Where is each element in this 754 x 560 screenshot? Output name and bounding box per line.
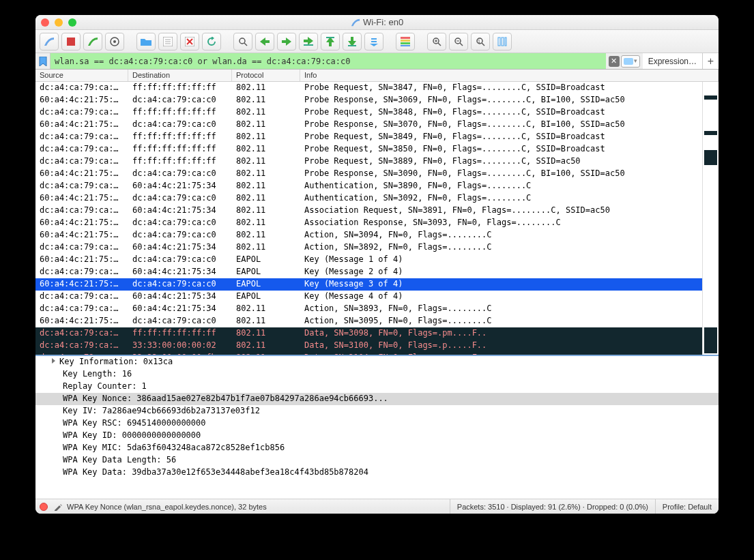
packet-row[interactable]: 60:a4:4c:21:75:…dc:a4:ca:79:ca:c0802.11A… [35, 217, 702, 229]
packet-row[interactable]: 60:a4:4c:21:75:…dc:a4:ca:79:ca:c0EAPOLKe… [35, 254, 702, 266]
column-header-destination[interactable]: Destination [128, 70, 232, 81]
go-to-packet-button[interactable] [299, 33, 318, 50]
stop-capture-button[interactable] [61, 33, 81, 50]
packet-row[interactable]: 60:a4:4c:21:75:…dc:a4:ca:79:ca:c0802.11A… [35, 315, 702, 327]
status-packet-counts: Packets: 3510 · Displayed: 91 (2.6%) · D… [450, 499, 655, 514]
edit-preferences-icon[interactable] [53, 502, 63, 512]
column-header-source[interactable]: Source [35, 70, 128, 81]
packet-row[interactable]: dc:a4:ca:79:ca:…ff:ff:ff:ff:ff:ff802.11P… [35, 106, 702, 119]
packet-row[interactable]: dc:a4:ca:79:ca:…ff:ff:ff:ff:ff:ff802.11P… [35, 82, 702, 94]
reload-button[interactable] [202, 33, 221, 50]
detail-field[interactable]: Key Length: 16 [35, 368, 719, 381]
detail-field[interactable]: WPA Key RSC: 6945140000000000 [35, 417, 719, 430]
expression-button[interactable]: Expression… [643, 53, 702, 69]
packet-row[interactable]: 60:a4:4c:21:75:…dc:a4:ca:79:ca:c0802.11P… [35, 94, 702, 106]
svg-rect-17 [401, 42, 410, 44]
packet-row[interactable]: dc:a4:ca:79:ca:…60:a4:4c:21:75:34802.11A… [35, 180, 702, 192]
find-packet-button[interactable] [233, 33, 252, 50]
zoom-out-button[interactable] [449, 33, 468, 50]
packet-row[interactable]: dc:a4:ca:79:ca:…ff:ff:ff:ff:ff:ff802.11P… [35, 143, 702, 156]
packet-row[interactable]: dc:a4:ca:79:ca:…60:a4:4c:21:75:34EAPOLKe… [35, 266, 702, 278]
svg-line-24 [460, 43, 463, 46]
close-file-button[interactable] [180, 33, 199, 50]
packet-row[interactable]: 60:a4:4c:21:75:…dc:a4:ca:79:ca:c0EAPOLKe… [35, 278, 702, 291]
packet-row[interactable]: dc:a4:ca:79:ca:…ff:ff:ff:ff:ff:ff802.11D… [35, 327, 702, 340]
svg-line-11 [244, 43, 247, 46]
svg-rect-0 [67, 38, 75, 46]
packet-minimap[interactable] [702, 82, 719, 355]
display-filter-input[interactable] [50, 53, 606, 69]
packet-row[interactable]: dc:a4:ca:79:ca:…60:a4:4c:21:75:34802.11A… [35, 303, 702, 315]
svg-line-20 [438, 43, 441, 46]
packet-row[interactable]: dc:a4:ca:79:ca:…60:a4:4c:21:75:34802.11A… [35, 241, 702, 254]
packet-list-header: Source Destination Protocol Info [35, 70, 719, 82]
packet-row[interactable]: 60:a4:4c:21:75:…dc:a4:ca:79:ca:c0802.11P… [35, 168, 702, 180]
detail-field[interactable]: WPA Key ID: 0000000000000000 [35, 430, 719, 442]
colorize-button[interactable] [396, 33, 415, 50]
go-last-button[interactable] [343, 33, 362, 50]
packet-row[interactable]: dc:a4:ca:79:ca:…ff:ff:ff:ff:ff:ff802.11P… [35, 131, 702, 143]
titlebar: Wi-Fi: en0 [35, 15, 719, 30]
detail-field[interactable]: Replay Counter: 1 [35, 381, 719, 393]
svg-rect-15 [401, 37, 410, 39]
open-file-button[interactable] [136, 33, 156, 50]
packet-row[interactable]: 60:a4:4c:21:75:…dc:a4:ca:79:ca:c0802.11P… [35, 119, 702, 131]
packet-list-body[interactable]: dc:a4:ca:79:ca:…ff:ff:ff:ff:ff:ff802.11P… [35, 82, 719, 355]
svg-rect-13 [326, 37, 334, 38]
svg-rect-18 [401, 45, 410, 46]
bookmark-filter-icon[interactable] [35, 53, 50, 69]
packet-row[interactable]: 60:a4:4c:21:75:…dc:a4:ca:79:ca:c0802.11A… [35, 192, 702, 205]
start-capture-button[interactable] [40, 33, 59, 50]
detail-field[interactable]: WPA Key Data Length: 56 [35, 454, 719, 467]
status-bar: WPA Key Nonce (wlan_rsna_eapol.keydes.no… [35, 499, 719, 514]
svg-rect-14 [348, 45, 356, 46]
svg-rect-16 [401, 40, 410, 42]
main-toolbar: 1 [35, 30, 719, 53]
column-header-protocol[interactable]: Protocol [232, 70, 300, 81]
detail-field[interactable]: WPA Key Nonce: 386aad15ae027e82b47b1f7ae… [35, 393, 719, 405]
zoom-reset-button[interactable]: 1 [471, 33, 490, 50]
filter-history-dropdown[interactable] [621, 55, 640, 68]
detail-field[interactable]: WPA Key Data: 39dba37a30e12f653e34448abe… [35, 467, 719, 479]
expand-triangle-icon[interactable] [52, 358, 55, 364]
zoom-in-button[interactable] [427, 33, 446, 50]
restart-capture-button[interactable] [83, 33, 102, 50]
window-title: Wi-Fi: en0 [35, 17, 719, 27]
filter-controls: ✕ [606, 53, 643, 69]
column-header-info[interactable]: Info [300, 70, 719, 81]
packet-row[interactable]: dc:a4:ca:79:ca:…60:a4:4c:21:75:34802.11A… [35, 205, 702, 217]
detail-field[interactable]: Key IV: 7a286ae94cb66693d6b2a73137e03f12 [35, 405, 719, 417]
packet-row[interactable]: dc:a4:ca:79:ca:…33:33:00:00:00:fb802.11D… [35, 352, 702, 355]
svg-rect-12 [304, 44, 313, 46]
svg-point-10 [240, 38, 245, 44]
add-filter-button[interactable]: + [702, 53, 719, 69]
packet-list-pane: Source Destination Protocol Info dc:a4:c… [35, 70, 719, 356]
status-field-text: WPA Key Nonce (wlan_rsna_eapol.keydes.no… [63, 503, 450, 511]
svg-rect-29 [498, 38, 500, 46]
auto-scroll-button[interactable] [364, 33, 383, 50]
packet-row[interactable]: dc:a4:ca:79:ca:…ff:ff:ff:ff:ff:ff802.11P… [35, 156, 702, 168]
clear-filter-button[interactable]: ✕ [609, 56, 620, 67]
resize-columns-button[interactable] [493, 33, 512, 50]
window-title-text: Wi-Fi: en0 [363, 17, 403, 27]
packet-row[interactable]: 60:a4:4c:21:75:…dc:a4:ca:79:ca:c0802.11A… [35, 229, 702, 241]
display-filter-bar: ✕ Expression… + [35, 53, 719, 70]
expert-info-button[interactable] [40, 503, 48, 511]
packet-details-pane[interactable]: Key Information: 0x13caKey Length: 16Rep… [35, 356, 719, 499]
packet-row[interactable]: dc:a4:ca:79:ca:…60:a4:4c:21:75:34EAPOLKe… [35, 291, 702, 303]
detail-field[interactable]: Key Information: 0x13ca [35, 356, 719, 368]
svg-line-27 [482, 43, 484, 46]
packet-row[interactable]: dc:a4:ca:79:ca:…33:33:00:00:00:02802.11D… [35, 340, 702, 352]
wireshark-fin-icon [351, 18, 360, 27]
go-back-button[interactable] [255, 33, 274, 50]
detail-field[interactable]: WPA Key MIC: 5da63f6043248aca872c8528ef1… [35, 442, 719, 454]
status-profile[interactable]: Profile: Default [655, 499, 719, 514]
svg-rect-31 [505, 38, 506, 46]
save-file-button[interactable] [158, 33, 177, 50]
svg-rect-30 [502, 38, 504, 46]
go-forward-button[interactable] [277, 33, 296, 50]
svg-point-2 [113, 40, 116, 43]
app-window: Wi-Fi: en0 1 ✕ [35, 15, 719, 514]
go-first-button[interactable] [321, 33, 340, 50]
capture-options-button[interactable] [105, 33, 124, 50]
